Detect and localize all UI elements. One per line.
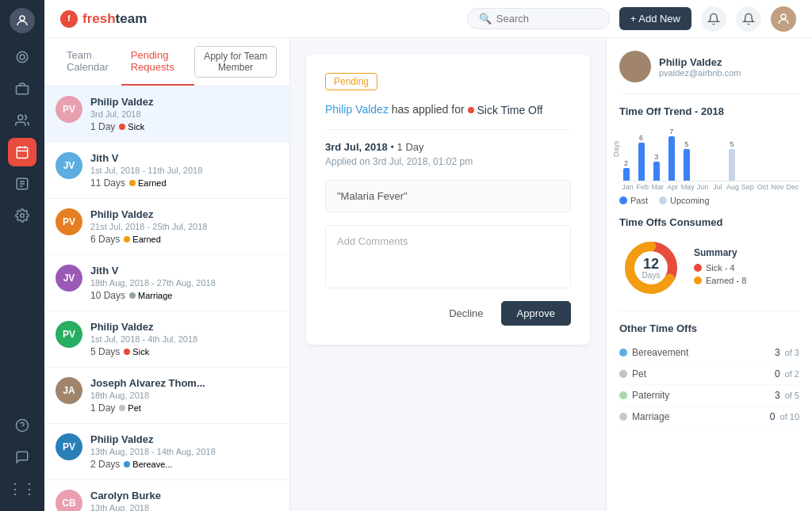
svg-point-2 (20, 55, 25, 59)
consumed-title: Time Offs Consumed (619, 216, 799, 228)
bar-value-upcoming: 5 (730, 140, 734, 148)
notifications-icon[interactable] (701, 6, 726, 32)
request-info: Jith V 18th Aug, 2018 - 27th Aug, 2018 1… (90, 265, 278, 301)
request-info: Carolyn Burke 13th Aug, 2018 1 Day Sick (90, 490, 278, 511)
chart-column: 7 (665, 128, 678, 181)
timeoff-of: of 10 (780, 412, 799, 421)
tab-team-calendar[interactable]: Team Calendar (57, 38, 121, 86)
chart-labels: JanFebMarAprMayJunJulAugSepOctNovDec (619, 181, 799, 191)
approve-button[interactable]: Approve (501, 301, 571, 326)
legend-upcoming-dot (659, 196, 667, 204)
request-date-range: 1st Jul, 2018 - 11th Jul, 2018 (90, 166, 278, 175)
logo-text: freshteam (82, 11, 147, 27)
timeoff-row: Pet 0 of 2 (619, 364, 799, 385)
sidebar-item-settings[interactable] (8, 201, 36, 230)
sidebar-item-help[interactable] (8, 411, 36, 440)
timeoff-row: Marriage 0 of 10 (619, 406, 799, 428)
chart-month-label: Apr (666, 181, 680, 191)
svg-rect-3 (17, 86, 29, 94)
request-type: Marriage (129, 291, 172, 300)
search-bar[interactable]: 🔍 (467, 8, 610, 29)
timeoff-dot (619, 391, 627, 399)
tab-pending-requests[interactable]: Pending Requests (121, 38, 194, 86)
decline-button[interactable]: Decline (439, 302, 492, 325)
summary-item: Earned - 8 (694, 276, 799, 285)
request-type: Sick (119, 122, 144, 132)
sidebar-item-time-off[interactable] (8, 138, 36, 166)
request-item[interactable]: JA Joseph Alvarez Thom... 18th Aug, 2018… (44, 368, 289, 424)
sidebar-user-avatar[interactable] (10, 8, 35, 33)
user-avatar[interactable] (771, 6, 796, 32)
chart-month-label: Feb (636, 181, 649, 191)
request-date-range: 13th Aug, 2018 - 14th Aug, 2018 (90, 447, 278, 456)
bell-icon[interactable] (736, 6, 761, 32)
request-type: Earned (124, 235, 160, 244)
action-row: Decline Approve (325, 301, 571, 326)
request-info: Joseph Alvarez Thom... 18th Aug, 2018 1 … (90, 377, 278, 414)
type-label: Marriage (138, 291, 172, 300)
request-item[interactable]: PV Philip Valdez 1st Jul, 2018 - 4th Jul… (44, 311, 289, 368)
left-panel: Team Calendar Pending Requests Apply for… (44, 38, 290, 511)
timeoff-dot (619, 349, 627, 357)
apply-team-member-button[interactable]: Apply for Team Member (194, 46, 277, 78)
svg-point-9 (781, 14, 786, 19)
request-name: Joseph Alvarez Thom... (90, 377, 278, 389)
summary-item-label: Earned - 8 (706, 276, 746, 285)
chart-month-label: Dec (786, 181, 799, 191)
sidebar-item-apps[interactable]: ⋮⋮ (8, 475, 36, 503)
donut-summary: Summary Sick - 4 Earned - 8 (694, 247, 799, 288)
comment-box[interactable]: Add Comments (325, 225, 571, 288)
request-reason: "Malaria Fever" (325, 180, 571, 212)
request-info: Jith V 1st Jul, 2018 - 11th Jul, 2018 11… (90, 152, 278, 189)
timeoff-row: Paternity 3 of 5 (619, 385, 799, 406)
bar-value-past: 7 (669, 128, 673, 135)
request-type: Earned (129, 178, 166, 188)
request-date-range: 13th Aug, 2018 (90, 503, 278, 511)
request-item[interactable]: PV Philip Valdez 13th Aug, 2018 - 14th A… (44, 424, 289, 480)
donut-chart: 12 Days (619, 236, 683, 299)
type-label: Earned (138, 178, 166, 188)
request-item[interactable]: JV Jith V 18th Aug, 2018 - 27th Aug, 201… (44, 255, 289, 311)
request-avatar: PV (56, 208, 82, 235)
timeoff-label: Marriage (632, 411, 765, 422)
sidebar-item-reports[interactable] (8, 170, 36, 198)
request-type: Bereave... (124, 460, 172, 469)
sidebar-item-jobs[interactable] (8, 74, 36, 103)
trend-title: Time Off Trend - 2018 (619, 105, 799, 117)
request-avatar: JV (56, 265, 82, 292)
request-days: 1 Day (90, 402, 115, 414)
right-panel: Philip Valdez pvaldez@airbnb.com Time Of… (606, 38, 812, 511)
bar-past (623, 168, 630, 181)
request-days: 1 Day (90, 121, 115, 132)
timeoff-of: of 5 (785, 391, 799, 400)
sidebar-item-people[interactable] (8, 106, 36, 135)
chart-month-label: Jun (696, 181, 710, 191)
add-new-button[interactable]: + Add New (619, 7, 691, 30)
request-item[interactable]: PV Philip Valdez 21st Jul, 2018 - 25th J… (44, 199, 289, 255)
request-detail-card: Pending Philip Valdez has applied for Si… (306, 54, 590, 345)
request-avatar: CB (56, 490, 82, 511)
request-name: Philip Valdez (90, 321, 278, 333)
type-color-dot (129, 180, 136, 186)
sidebar-item-home[interactable] (8, 43, 36, 71)
legend-past-label: Past (630, 196, 648, 205)
chart-month-label: Mar (651, 181, 665, 191)
request-title: Philip Valdez has applied for Sick Time … (325, 103, 571, 116)
request-name: Jith V (90, 152, 278, 164)
employee-email: pvaldez@airbnb.com (659, 68, 741, 78)
legend-past-dot (619, 196, 627, 204)
sidebar-item-chat[interactable] (8, 443, 36, 471)
request-item[interactable]: CB Carolyn Burke 13th Aug, 2018 1 Day Si… (44, 480, 289, 511)
search-input[interactable] (496, 13, 592, 25)
request-item[interactable]: PV Philip Valdez 3rd Jul, 2018 1 Day Sic… (44, 86, 289, 143)
content: Team Calendar Pending Requests Apply for… (44, 38, 812, 511)
sidebar: ⋮⋮ (0, 0, 44, 511)
chart-column: 5 (680, 140, 693, 181)
legend-upcoming-label: Upcoming (670, 196, 710, 205)
logo-icon: f (60, 10, 78, 28)
request-item[interactable]: JV Jith V 1st Jul, 2018 - 11th Jul, 2018… (44, 143, 289, 199)
legend-upcoming: Upcoming (659, 196, 710, 205)
donut-label: Days (642, 271, 661, 280)
employee-name-link[interactable]: Philip Valdez (325, 103, 389, 116)
svg-point-4 (18, 115, 23, 120)
